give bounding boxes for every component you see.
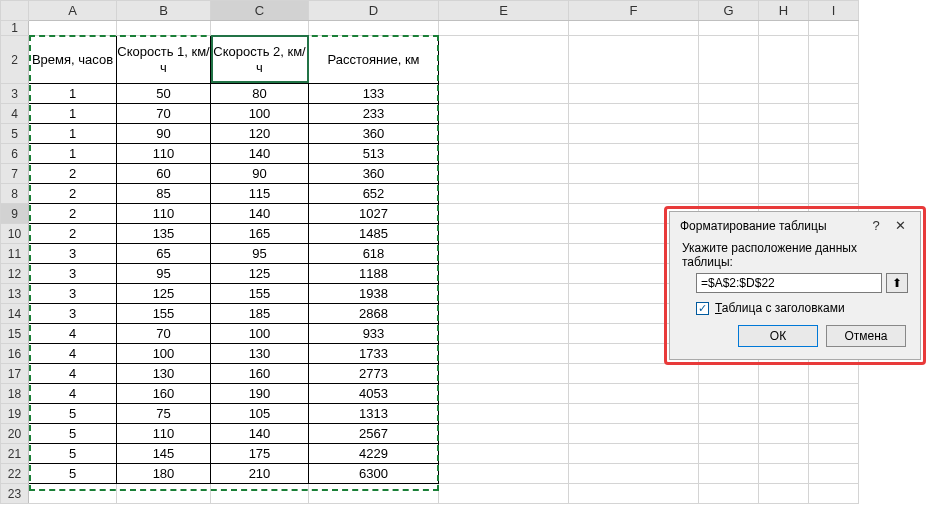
cell[interactable]	[439, 444, 569, 464]
cell[interactable]	[439, 464, 569, 484]
cell[interactable]	[699, 364, 759, 384]
cell[interactable]	[569, 164, 699, 184]
cell[interactable]: 6300	[309, 464, 439, 484]
cell[interactable]: 160	[117, 384, 211, 404]
cell[interactable]	[809, 384, 859, 404]
cell[interactable]	[569, 144, 699, 164]
cell[interactable]	[699, 384, 759, 404]
cell[interactable]: Расстояние, км	[309, 36, 439, 84]
cell[interactable]	[759, 104, 809, 124]
cell[interactable]: 110	[117, 144, 211, 164]
cell[interactable]	[699, 104, 759, 124]
col-header-B[interactable]: B	[117, 1, 211, 21]
cell[interactable]	[809, 36, 859, 84]
cell[interactable]: 133	[309, 84, 439, 104]
cell[interactable]: 5	[29, 424, 117, 444]
cell[interactable]: 5	[29, 404, 117, 424]
cell[interactable]: 4	[29, 344, 117, 364]
cell[interactable]: 3	[29, 304, 117, 324]
row-header[interactable]: 10	[1, 224, 29, 244]
cell[interactable]	[759, 21, 809, 36]
cell[interactable]: 90	[117, 124, 211, 144]
cell[interactable]: 125	[117, 284, 211, 304]
cell[interactable]	[439, 484, 569, 504]
row-header[interactable]: 23	[1, 484, 29, 504]
cell[interactable]	[759, 364, 809, 384]
cell[interactable]: 5	[29, 444, 117, 464]
row-header[interactable]: 15	[1, 324, 29, 344]
cell[interactable]	[699, 84, 759, 104]
headers-checkbox[interactable]: ✓	[696, 302, 709, 315]
row-header[interactable]: 17	[1, 364, 29, 384]
cell[interactable]: 4229	[309, 444, 439, 464]
cell[interactable]	[699, 464, 759, 484]
cell[interactable]	[809, 84, 859, 104]
cell[interactable]	[439, 184, 569, 204]
col-header-A[interactable]: A	[29, 1, 117, 21]
cell[interactable]: 1485	[309, 224, 439, 244]
cell[interactable]	[439, 84, 569, 104]
cell[interactable]: 2868	[309, 304, 439, 324]
cell[interactable]: 90	[211, 164, 309, 184]
cell[interactable]: 1313	[309, 404, 439, 424]
cell[interactable]: 1	[29, 104, 117, 124]
row-header[interactable]: 3	[1, 84, 29, 104]
cell[interactable]: 70	[117, 104, 211, 124]
cell[interactable]	[759, 164, 809, 184]
cell[interactable]: 2	[29, 224, 117, 244]
ok-button[interactable]: ОК	[738, 325, 818, 347]
cell[interactable]: 1	[29, 124, 117, 144]
cell[interactable]: 652	[309, 184, 439, 204]
cell[interactable]	[569, 124, 699, 144]
cell[interactable]	[809, 21, 859, 36]
cell[interactable]: 1	[29, 144, 117, 164]
cell[interactable]	[809, 104, 859, 124]
cell[interactable]: 140	[211, 144, 309, 164]
cell[interactable]	[439, 224, 569, 244]
cancel-button[interactable]: Отмена	[826, 325, 906, 347]
cell[interactable]: 120	[211, 124, 309, 144]
cell[interactable]	[569, 104, 699, 124]
cell[interactable]	[439, 304, 569, 324]
cell[interactable]	[569, 424, 699, 444]
cell[interactable]	[759, 384, 809, 404]
cell[interactable]: Время, часов	[29, 36, 117, 84]
cell[interactable]	[569, 464, 699, 484]
cell[interactable]: Скорость 1, км/ч	[117, 36, 211, 84]
cell[interactable]: 3	[29, 244, 117, 264]
cell[interactable]	[699, 444, 759, 464]
cell[interactable]	[569, 444, 699, 464]
cell[interactable]	[29, 21, 117, 36]
row-header[interactable]: 14	[1, 304, 29, 324]
row-header[interactable]: 5	[1, 124, 29, 144]
cell[interactable]	[699, 424, 759, 444]
cell[interactable]: 360	[309, 124, 439, 144]
cell[interactable]	[439, 324, 569, 344]
cell[interactable]: 2	[29, 184, 117, 204]
cell[interactable]	[569, 384, 699, 404]
cell[interactable]: 130	[117, 364, 211, 384]
help-icon[interactable]: ?	[864, 218, 888, 233]
col-header-C[interactable]: C	[211, 1, 309, 21]
cell[interactable]: 155	[211, 284, 309, 304]
cell[interactable]: 155	[117, 304, 211, 324]
col-header-E[interactable]: E	[439, 1, 569, 21]
row-header[interactable]: 2	[1, 36, 29, 84]
cell[interactable]: 95	[211, 244, 309, 264]
cell[interactable]: 4	[29, 384, 117, 404]
row-header[interactable]: 6	[1, 144, 29, 164]
cell[interactable]	[117, 21, 211, 36]
row-header[interactable]: 21	[1, 444, 29, 464]
cell[interactable]	[809, 144, 859, 164]
cell[interactable]	[699, 124, 759, 144]
cell[interactable]	[759, 184, 809, 204]
cell[interactable]	[439, 384, 569, 404]
cell[interactable]: 160	[211, 364, 309, 384]
cell[interactable]: 110	[117, 424, 211, 444]
row-header[interactable]: 16	[1, 344, 29, 364]
row-header[interactable]: 7	[1, 164, 29, 184]
cell[interactable]	[759, 444, 809, 464]
cell[interactable]	[699, 144, 759, 164]
cell[interactable]: 3	[29, 264, 117, 284]
cell[interactable]	[699, 404, 759, 424]
